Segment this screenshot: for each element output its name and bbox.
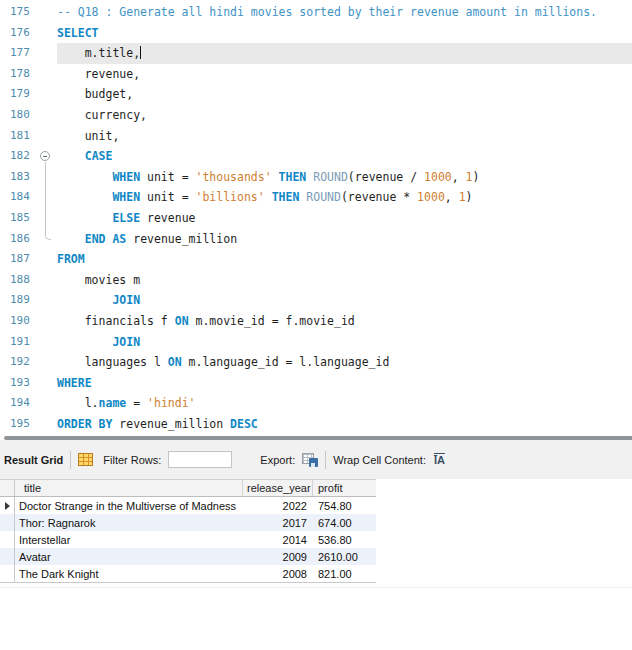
code-text[interactable]: WHEN unit = 'thousands' THEN ROUND(reven… bbox=[57, 167, 632, 188]
code-line[interactable]: 194 l.name = 'hindi' bbox=[0, 393, 632, 414]
code-line[interactable]: 189 JOIN bbox=[0, 290, 632, 311]
line-number: 193 bbox=[0, 373, 38, 394]
code-line[interactable]: 177 m.title, bbox=[0, 43, 632, 64]
line-number: 175 bbox=[0, 2, 38, 23]
filter-rows-label: Filter Rows: bbox=[103, 454, 161, 466]
cell-release-year[interactable]: 2008 bbox=[243, 565, 313, 582]
cell-release-year[interactable]: 2014 bbox=[243, 531, 313, 548]
code-line[interactable]: 190 financials f ON m.movie_id = f.movie… bbox=[0, 311, 632, 332]
code-line[interactable]: 184 WHEN unit = 'billions' THEN ROUND(re… bbox=[0, 187, 632, 208]
table-row[interactable]: The Dark Knight2008821.00 bbox=[0, 565, 376, 582]
code-text[interactable]: WHEN unit = 'billions' THEN ROUND(revenu… bbox=[57, 187, 632, 208]
code-line[interactable]: 193WHERE bbox=[0, 373, 632, 394]
line-number: 184 bbox=[0, 187, 38, 208]
code-line[interactable]: 187FROM bbox=[0, 249, 632, 270]
code-line[interactable]: 180 currency, bbox=[0, 105, 632, 126]
code-text[interactable]: FROM bbox=[57, 249, 632, 270]
code-text[interactable]: SELECT bbox=[57, 23, 632, 44]
code-segment-id: revenue, bbox=[57, 67, 140, 81]
code-segment-str: 'billions' bbox=[195, 190, 264, 204]
code-line[interactable]: 186 END AS revenue_million bbox=[0, 229, 632, 250]
code-segment-id: (revenue / bbox=[348, 170, 424, 184]
column-header-title[interactable]: title bbox=[15, 480, 243, 496]
fold-column bbox=[38, 105, 57, 126]
table-row[interactable]: Doctor Strange in the Multiverse of Madn… bbox=[0, 497, 376, 514]
cell-release-year[interactable]: 2009 bbox=[243, 548, 313, 565]
filter-rows-input[interactable] bbox=[168, 451, 232, 468]
code-line[interactable]: 195ORDER BY revenue_million DESC bbox=[0, 414, 632, 435]
export-icon[interactable] bbox=[302, 453, 318, 467]
cell-profit[interactable]: 536.80 bbox=[313, 531, 376, 548]
code-line[interactable]: 183 WHEN unit = 'thousands' THEN ROUND(r… bbox=[0, 167, 632, 188]
code-segment-kw: WHEN bbox=[112, 170, 140, 184]
code-line[interactable]: 175-- Q18 : Generate all hindi movies so… bbox=[0, 2, 632, 23]
cell-title[interactable]: Avatar bbox=[15, 548, 243, 565]
column-header-profit[interactable]: profit bbox=[313, 480, 376, 496]
code-line[interactable]: 192 languages l ON m.language_id = l.lan… bbox=[0, 352, 632, 373]
code-text[interactable]: JOIN bbox=[57, 290, 632, 311]
code-text[interactable]: currency, bbox=[57, 105, 632, 126]
code-text[interactable]: ORDER BY revenue_million DESC bbox=[57, 414, 632, 435]
code-segment-kw: JOIN bbox=[112, 335, 140, 349]
code-text[interactable]: WHERE bbox=[57, 373, 632, 394]
code-line[interactable]: 182 CASE bbox=[0, 146, 632, 167]
code-text[interactable]: CASE bbox=[57, 146, 632, 167]
code-segment-kw: WHERE bbox=[57, 376, 92, 390]
table-row[interactable]: Interstellar2014536.80 bbox=[0, 531, 376, 548]
code-line[interactable]: 178 revenue, bbox=[0, 64, 632, 85]
cell-title[interactable]: Thor: Ragnarok bbox=[15, 514, 243, 531]
sql-editor[interactable]: 175-- Q18 : Generate all hindi movies so… bbox=[0, 0, 632, 436]
column-header-release-year[interactable]: release_year bbox=[243, 480, 313, 496]
code-text[interactable]: budget, bbox=[57, 84, 632, 105]
code-text[interactable]: m.title, bbox=[57, 43, 632, 64]
cell-title[interactable]: The Dark Knight bbox=[15, 565, 243, 582]
row-header-cell[interactable] bbox=[0, 531, 15, 548]
result-grid-icon[interactable] bbox=[78, 453, 93, 466]
code-segment-id bbox=[57, 190, 112, 204]
table-row[interactable]: Avatar20092610.00 bbox=[0, 548, 376, 565]
code-text[interactable]: -- Q18 : Generate all hindi movies sorte… bbox=[57, 2, 632, 23]
row-header-cell[interactable] bbox=[0, 548, 15, 565]
code-line[interactable]: 179 budget, bbox=[0, 84, 632, 105]
fold-collapse-icon[interactable] bbox=[40, 151, 50, 161]
code-text[interactable]: movies m bbox=[57, 270, 632, 291]
cell-title[interactable]: Interstellar bbox=[15, 531, 243, 548]
code-segment-id: budget, bbox=[57, 87, 133, 101]
code-text[interactable]: ELSE revenue bbox=[57, 208, 632, 229]
code-text[interactable]: JOIN bbox=[57, 332, 632, 353]
code-segment-kw: THEN bbox=[279, 170, 307, 184]
cell-title[interactable]: Doctor Strange in the Multiverse of Madn… bbox=[15, 497, 243, 514]
code-line[interactable]: 176SELECT bbox=[0, 23, 632, 44]
code-line[interactable]: 185 ELSE revenue bbox=[0, 208, 632, 229]
row-header-cell[interactable] bbox=[0, 514, 15, 531]
code-segment-id bbox=[272, 170, 279, 184]
fold-marker[interactable] bbox=[38, 146, 57, 167]
code-line[interactable]: 181 unit, bbox=[0, 126, 632, 147]
code-line[interactable]: 191 JOIN bbox=[0, 332, 632, 353]
line-number: 185 bbox=[0, 208, 38, 229]
code-text[interactable]: unit, bbox=[57, 126, 632, 147]
cell-release-year[interactable]: 2022 bbox=[243, 497, 313, 514]
cell-profit[interactable]: 821.00 bbox=[313, 565, 376, 582]
cell-release-year[interactable]: 2017 bbox=[243, 514, 313, 531]
table-row[interactable]: Thor: Ragnarok2017674.00 bbox=[0, 514, 376, 531]
code-text[interactable]: financials f ON m.movie_id = f.movie_id bbox=[57, 311, 632, 332]
code-text[interactable]: languages l ON m.language_id = l.languag… bbox=[57, 352, 632, 373]
code-segment-kw: name bbox=[99, 396, 127, 410]
cell-profit[interactable]: 674.00 bbox=[313, 514, 376, 531]
panel-bottom-divider bbox=[0, 587, 632, 588]
code-text[interactable]: revenue, bbox=[57, 64, 632, 85]
fold-stem bbox=[45, 208, 46, 229]
code-segment-id: revenue bbox=[140, 211, 195, 225]
cell-profit[interactable]: 754.80 bbox=[313, 497, 376, 514]
wrap-cell-content-icon[interactable]: ĪA bbox=[434, 454, 445, 466]
code-text[interactable]: END AS revenue_million bbox=[57, 229, 632, 250]
code-segment-kw: CASE bbox=[85, 149, 113, 163]
code-line[interactable]: 188 movies m bbox=[0, 270, 632, 291]
line-number: 179 bbox=[0, 84, 38, 105]
code-text[interactable]: l.name = 'hindi' bbox=[57, 393, 632, 414]
code-segment-str: 'hindi' bbox=[147, 396, 195, 410]
row-header-cell[interactable] bbox=[0, 565, 15, 582]
cell-profit[interactable]: 2610.00 bbox=[313, 548, 376, 565]
row-header-cell[interactable] bbox=[0, 497, 15, 514]
